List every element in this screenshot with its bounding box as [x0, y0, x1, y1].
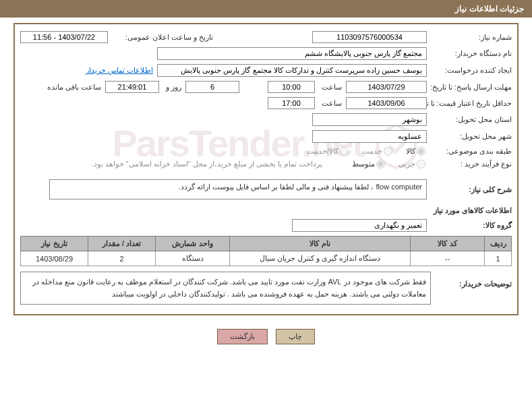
field-buyer-org: مجتمع گاز پارس جنوبی پالایشگاه ششم — [157, 47, 427, 60]
radio-motavaset-label: متوسط — [352, 160, 375, 168]
label-announce: تاریخ و ساعت اعلان عمومی: — [112, 33, 213, 42]
field-creator: یوسف حسین زاده سرپرست کنترل و تدارکات کا… — [157, 64, 427, 77]
th-unit: واحد شمارش — [156, 237, 230, 251]
label-buyer-notes: توضیحات خریدار: — [435, 272, 512, 288]
field-valid-date: 1403/09/06 — [346, 97, 427, 109]
print-button[interactable]: چاپ — [276, 329, 315, 344]
label-valid-until: حداقل تاریخ اعتبار قیمت: تا تاریخ: — [431, 99, 512, 108]
label-creator: ایجاد کننده درخواست: — [431, 66, 512, 75]
label-remaining: ساعت باقی مانده — [45, 83, 101, 92]
link-buyer-contact[interactable]: اطلاعات تماس خریدار — [86, 66, 153, 75]
cell-code: -- — [411, 251, 485, 266]
radio-jozei-input[interactable] — [417, 160, 425, 168]
label-purchase-type: نوع فرآیند خرید : — [431, 160, 512, 168]
label-need-desc: شرح کلی نیاز: — [431, 185, 512, 194]
field-countdown: 21:49:01 — [105, 81, 159, 93]
th-date: تاریخ نیاز — [21, 237, 88, 251]
radio-kala[interactable]: کالا — [406, 147, 427, 156]
th-qty: تعداد / مقدار — [88, 237, 156, 251]
th-code: کد کالا — [411, 237, 485, 251]
field-buyer-notes: فقط شرکت های موجود در AVL وزارت نفت مورد… — [20, 272, 431, 305]
radio-khadamat[interactable]: خدمت — [362, 147, 394, 156]
label-buyer-org: نام دستگاه خریدار: — [431, 49, 512, 58]
pay-note: پرداخت تمام یا بخشی از مبلغ خرید،از محل … — [91, 160, 322, 168]
radio-kala-label: کالا — [406, 147, 415, 156]
field-goods-group: تعمیر و نگهداری — [292, 219, 427, 232]
section-goods-info: اطلاعات کالاهای مورد نیاز — [20, 206, 512, 215]
radio-kala-khadamat-label: کالا/خدمت — [307, 147, 338, 156]
field-days: 6 — [185, 81, 239, 93]
radio-khadamat-input[interactable] — [384, 147, 392, 156]
radio-kala-input[interactable] — [417, 147, 425, 156]
cell-date: 1403/08/29 — [21, 251, 88, 266]
label-city: شهر محل تحویل: — [431, 132, 512, 141]
radio-jozei[interactable]: جزیی — [398, 160, 427, 168]
label-req-no: شماره نیاز: — [431, 33, 512, 42]
th-name: نام کالا — [230, 237, 411, 251]
label-time-1: ساعت — [319, 83, 342, 92]
label-time-2: ساعت — [319, 99, 342, 108]
cell-row: 1 — [485, 251, 512, 266]
label-goods-group: گروه کالا: — [431, 221, 512, 230]
cell-name: دستگاه اندازه گیری و کنترل جریان سیال — [230, 251, 411, 266]
label-days-and: روز و — [163, 83, 181, 92]
radio-motavaset-input[interactable] — [376, 160, 385, 168]
radio-motavaset[interactable]: متوسط — [352, 160, 386, 168]
cell-unit: دستگاه — [156, 251, 230, 266]
back-button[interactable]: بازگشت — [217, 329, 268, 344]
goods-table: ردیف کد کالا نام کالا واحد شمارش تعداد /… — [20, 236, 512, 266]
field-req-no: 1103097576000534 — [312, 31, 427, 43]
field-resp-date: 1403/07/29 — [346, 81, 427, 93]
cell-qty: 2 — [88, 251, 156, 266]
radio-khadamat-label: خدمت — [362, 147, 382, 156]
label-subject-class: طبقه بندی موضوعی: — [431, 147, 512, 156]
field-valid-time: 17:00 — [268, 97, 315, 109]
radio-jozei-label: جزیی — [398, 160, 415, 168]
table-row: 1 -- دستگاه اندازه گیری و کنترل جریان سی… — [21, 251, 512, 266]
field-city: عسلویه — [312, 130, 427, 143]
page-header: جزئیات اطلاعات نیاز — [0, 0, 532, 18]
radio-kala-khadamat-input[interactable] — [340, 147, 349, 156]
field-announce: 1403/07/22 - 11:56 — [20, 31, 108, 43]
th-row: ردیف — [485, 237, 512, 251]
label-province: استان محل تحویل: — [431, 115, 512, 124]
field-province: بوشهر — [312, 113, 427, 126]
radio-kala-khadamat[interactable]: کالا/خدمت — [307, 147, 350, 156]
field-need-desc: flow computer ، لطفا پیشنهاد فنی و مالی … — [49, 179, 427, 199]
field-resp-time: 10:00 — [268, 81, 315, 93]
label-resp-until: مهلت ارسال پاسخ: تا تاریخ: — [431, 83, 512, 92]
